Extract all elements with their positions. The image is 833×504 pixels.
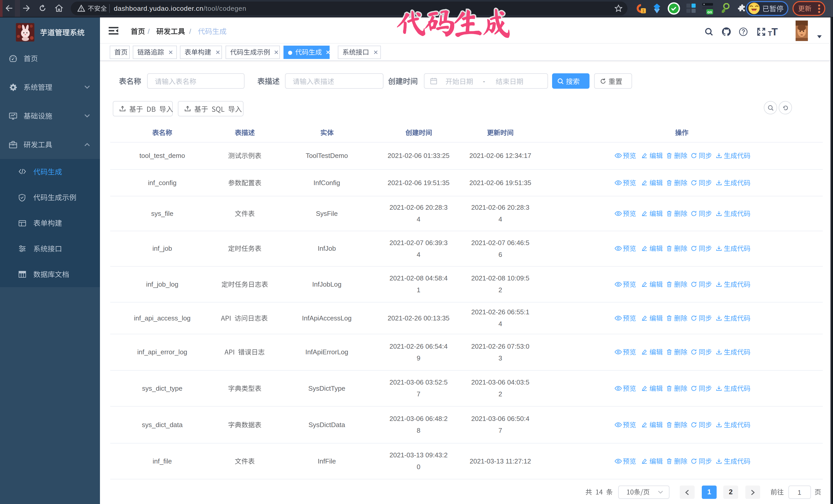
svg-text:1: 1 xyxy=(642,9,645,13)
svg-text:on: on xyxy=(708,10,712,14)
